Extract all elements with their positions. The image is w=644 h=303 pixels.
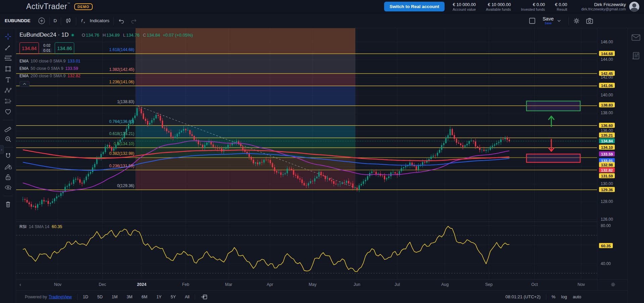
compare-add-icon[interactable]: [38, 17, 45, 25]
axis-price-badge: 133.59: [599, 152, 615, 157]
axis-price-badge: 131.59: [599, 173, 615, 178]
screenshot-camera-icon[interactable]: [586, 17, 594, 25]
account-stats: € 10 000.00Account value€ 10 000.00Avail…: [453, 2, 567, 11]
drawing-lock-icon[interactable]: [4, 163, 12, 170]
forecast-projection-icon[interactable]: [4, 97, 12, 105]
time-axis-month: Apr: [267, 282, 273, 287]
sell-button[interactable]: 134.84: [19, 42, 39, 54]
save-menu-chevron-icon[interactable]: [557, 19, 561, 22]
indicator-legend-row[interactable]: EMA100 close 0 SMA 9133.01: [19, 57, 193, 65]
account-stat: € 10 000.00Account value: [453, 2, 476, 11]
layout-box-icon[interactable]: [528, 17, 536, 25]
axis-price-label: 138.00: [601, 111, 613, 115]
user-email: dirk.friczewsky@gmail.com: [581, 7, 626, 11]
shapes-icon[interactable]: [4, 65, 12, 73]
time-axis-month: Jul: [395, 282, 400, 287]
redo-icon[interactable]: [131, 18, 137, 24]
hide-drawings-eye-icon[interactable]: [4, 184, 12, 191]
time-axis-gear-icon[interactable]: [610, 282, 616, 288]
right-sidebar: [628, 28, 644, 303]
axis-price-label: 146.00: [601, 40, 613, 44]
axis-price-badge: 132.82: [599, 168, 615, 173]
range-button-5y[interactable]: 5Y: [171, 295, 176, 299]
range-button-5d[interactable]: 5D: [97, 295, 103, 299]
account-stat: € 10 000.00Available funds: [486, 2, 511, 11]
user-info: Dirk Friczewsky dirk.friczewsky@gmail.co…: [581, 2, 626, 11]
user-name: Dirk Friczewsky: [581, 2, 626, 7]
drawing-tools-sidebar: [0, 28, 16, 303]
buy-button[interactable]: 134.86: [55, 42, 74, 54]
symbol-button[interactable]: EUBUNDDE: [5, 18, 31, 23]
top-header: ActivTrader™ DEMO Switch to Real account…: [0, 0, 644, 13]
price-axis[interactable]: 146.00144.00142.00140.00138.00136.00130.…: [597, 28, 628, 303]
ohlc-item: L134.76: [123, 33, 140, 38]
demo-badge: DEMO: [74, 3, 93, 10]
ohlc-item: C134.84: [143, 33, 160, 38]
tradingview-link[interactable]: TradingView: [49, 295, 72, 299]
time-axis-month: Nov: [578, 282, 585, 287]
instrument-title[interactable]: EuBundDec24 · 1D: [19, 32, 68, 38]
indicator-legend-row[interactable]: EMA50 close 0 SMA 9133.59: [19, 65, 193, 72]
range-button-6m[interactable]: 6M: [142, 295, 147, 299]
session-clock: 08:01:21 (UTC+2): [505, 294, 540, 299]
stat-value: € 10 000.00: [453, 2, 476, 7]
fx-icon: fx: [80, 17, 88, 24]
axis-price-label: 126.00: [601, 217, 613, 222]
avatar[interactable]: [629, 2, 639, 12]
chart-style-icon[interactable]: [65, 17, 72, 25]
axis-price-badge: 141.06: [599, 83, 615, 88]
zoom-in-icon[interactable]: [4, 135, 12, 143]
range-button-1m[interactable]: 1M: [112, 295, 118, 299]
ema-rows: EMA100 close 0 SMA 9133.01EMA50 close 0 …: [19, 57, 193, 80]
scale-option-auto[interactable]: auto: [573, 294, 581, 299]
fib-retracement-icon[interactable]: [4, 54, 12, 62]
chart-toolbar: EUBUNDDE D fx Indicators S: [0, 13, 644, 28]
bottom-bar: Powered by TradingView 1D5D1M3M6M1Y5YAll…: [16, 290, 628, 303]
indicator-legend-row[interactable]: EMA200 close 0 SMA 9132.82: [19, 72, 193, 80]
text-tool-icon[interactable]: [4, 76, 12, 83]
range-button-1d[interactable]: 1D: [83, 295, 88, 299]
axis-price-label: 140.00: [601, 93, 613, 97]
rsi-legend[interactable]: RSI 14 SMA 14 60.35: [19, 224, 62, 229]
scale-option-log[interactable]: log: [561, 294, 567, 299]
delete-drawings-trash-icon[interactable]: [4, 201, 12, 208]
go-to-date-icon[interactable]: [200, 294, 208, 300]
axis-price-label: 80.00: [601, 223, 611, 228]
lock-all-icon[interactable]: [4, 173, 12, 181]
measure-ruler-icon[interactable]: [4, 125, 12, 132]
axis-price-badge: 136.60: [599, 123, 615, 128]
favorites-heart-icon[interactable]: [4, 108, 12, 116]
scale-option-percent[interactable]: %: [552, 294, 556, 299]
interval-button[interactable]: D: [54, 18, 57, 23]
stat-label: Available funds: [486, 7, 511, 11]
time-axis-month: Dec: [99, 282, 106, 287]
xabcd-pattern-icon[interactable]: [4, 87, 12, 94]
time-axis-month: Oct: [531, 282, 538, 287]
chart-legend: EuBundDec24 · 1D O134.76H134.89L134.76C1…: [19, 32, 193, 87]
time-axis-month: Feb: [182, 282, 189, 287]
range-buttons: 1D5D1M3M6M1Y5YAll: [83, 295, 190, 299]
axis-price-badge: 144.68: [599, 51, 615, 56]
range-button-3m[interactable]: 3M: [127, 295, 132, 299]
news-icon[interactable]: [631, 51, 641, 60]
history-chevron[interactable]: ‹: [19, 282, 21, 287]
ohlc-readout: O134.76H134.89L134.76C134.84: [82, 33, 160, 38]
axis-price-badge: 60.35: [599, 243, 613, 248]
axis-price-label: 130.00: [601, 181, 613, 186]
axis-price-badge: 135.21: [599, 133, 615, 138]
settings-gear-icon[interactable]: [573, 17, 580, 25]
undo-icon[interactable]: [118, 18, 125, 24]
watchlist-expand-tab[interactable]: ›: [0, 145, 4, 154]
trend-line-icon[interactable]: [4, 44, 12, 51]
range-button-all[interactable]: All: [185, 295, 190, 299]
cursor-crosshair-icon[interactable]: [4, 33, 12, 40]
legend-collapse-button[interactable]: [19, 81, 30, 87]
switch-to-real-account-button[interactable]: Switch to Real account: [384, 2, 445, 11]
chart-area[interactable]: NovDec2024FebMarAprMayJunJulAugSepOctNov…: [16, 28, 597, 290]
indicators-button[interactable]: fx Indicators: [80, 17, 109, 24]
magnet-icon[interactable]: [4, 152, 12, 159]
save-button[interactable]: Save Save: [543, 16, 554, 25]
range-button-1y[interactable]: 1Y: [156, 295, 162, 299]
mail-envelope-icon[interactable]: [631, 33, 641, 42]
time-axis-month: Nov: [54, 282, 62, 287]
